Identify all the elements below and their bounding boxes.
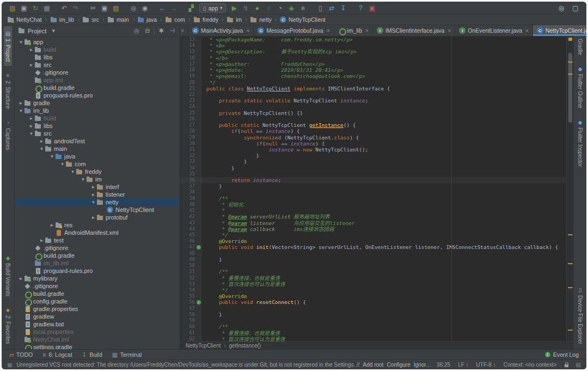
tree-item[interactable]: AndroidManifest.xml <box>15 229 180 236</box>
code-line[interactable]: 40 * 初始化 <box>180 202 566 208</box>
tree-item[interactable]: ►test <box>15 236 180 244</box>
tool-window-button-6-logcat[interactable]: ≡6: Logcat <box>42 351 72 358</box>
chevron-down-icon[interactable]: ▼ <box>49 154 55 159</box>
code-line[interactable]: 38 <box>180 189 566 195</box>
context-indicator[interactable]: Context: <no context> <box>504 362 557 368</box>
code-line[interactable]: 52 * 重置连接，也就是重连 <box>180 275 566 281</box>
code-line[interactable]: 43 * @param listener 与应用层交互的listener <box>180 220 566 226</box>
code-line[interactable]: 28 if(null == instance) { <box>180 128 566 134</box>
editor-tab[interactable]: CMessageProtobuf.java× <box>254 25 334 36</box>
tree-item[interactable]: ►src <box>15 61 180 69</box>
tree-item[interactable]: proguard-rules.pro <box>15 267 180 275</box>
editor-tab[interactable]: IOnEventListener.java× <box>455 25 533 36</box>
warning-mark[interactable] <box>568 74 573 75</box>
code-line[interactable]: 62 * 首次连接也可认为是重连 <box>180 336 566 342</box>
lock-icon[interactable] <box>565 364 568 367</box>
editor-tab[interactable]: ml× <box>180 25 188 36</box>
code-line[interactable]: 20 */ <box>180 80 566 86</box>
editor-tab[interactable]: im_lib× <box>334 25 373 36</box>
chevron-right-icon[interactable]: ► <box>18 101 24 106</box>
indicator-icon[interactable]: ▧ <box>576 362 581 368</box>
chevron-right-icon[interactable]: ► <box>18 276 24 281</box>
tree-item[interactable]: ▼freddy <box>15 168 180 175</box>
code-line[interactable]: 26 <box>180 116 566 122</box>
editor-tab[interactable]: CMainActivity.java× <box>188 25 254 36</box>
tree-item[interactable]: ►mylibrary <box>15 275 180 282</box>
tool-button-flutter-inspector[interactable]: ◆Flutter Inspector <box>576 115 584 171</box>
code-line[interactable]: 36 return instance; <box>180 177 566 183</box>
breadcrumb-item[interactable]: im_lib <box>49 16 75 23</box>
settings-icon[interactable]: ▦ <box>41 3 52 13</box>
close-icon[interactable]: × <box>365 28 369 34</box>
tree-item[interactable]: .gitignore <box>15 69 180 76</box>
tool-button-flutter-outline[interactable]: ◆Flutter Outline <box>576 62 584 113</box>
tree-item[interactable]: ▼netty <box>15 198 180 206</box>
plugin-icon[interactable]: ▣ <box>366 3 377 13</box>
tree-item[interactable]: ▼im_lib <box>15 107 180 114</box>
tree-item[interactable]: ►res <box>15 221 180 229</box>
tree-item[interactable]: build.gradle <box>15 252 180 259</box>
code-line[interactable]: 18 * <p>@date: 2019/03/31 20:41</p> <box>180 67 566 73</box>
code-line[interactable]: 35 <box>180 171 566 177</box>
tree-item[interactable]: local.properties <box>15 328 180 336</box>
tool-button-2-favorites[interactable]: ★2: Favorites <box>4 303 12 348</box>
tree-item[interactable]: settings.gradle <box>15 343 180 349</box>
close-icon[interactable]: × <box>327 28 330 34</box>
override-marker-icon[interactable]: ↑ <box>195 245 202 250</box>
tree-item[interactable]: libs <box>15 53 180 61</box>
find-in-path-icon[interactable]: ◉ <box>139 3 150 13</box>
chevron-down-icon[interactable]: ▼ <box>59 162 65 167</box>
code-line[interactable]: 55 @Override <box>180 293 566 299</box>
status-action-link[interactable]: Ignore <box>414 362 429 368</box>
chevron-right-icon[interactable]: ► <box>39 238 45 243</box>
tree-item[interactable]: ▼app <box>15 38 180 46</box>
code-line[interactable]: 33 } <box>180 159 566 165</box>
tree-item[interactable]: im_lib.iml <box>15 259 180 267</box>
breadcrumb-item[interactable]: main <box>106 16 130 23</box>
breadcrumb-item[interactable]: java <box>136 16 158 23</box>
tool-button-2-structure[interactable]: ≡2: Structure <box>4 68 12 113</box>
breadcrumb-item[interactable]: netty <box>249 16 273 23</box>
tree-item[interactable]: ►gradle <box>15 99 180 107</box>
tree-item[interactable]: NettyChat.iml <box>15 336 180 343</box>
search-everywhere-icon[interactable]: ◎ <box>556 3 567 13</box>
override-marker-icon[interactable]: ↑ <box>195 300 202 305</box>
tree-item[interactable]: ▼src <box>15 130 180 137</box>
tree-item[interactable]: ►libs <box>15 122 180 130</box>
editor-tab[interactable]: IIMSClientInterface.java× <box>373 25 455 36</box>
status-action-link[interactable]: Configure <box>387 362 410 368</box>
code-line[interactable]: 56↑ public void resetConnect() { <box>180 299 566 305</box>
code-line[interactable]: 24 <box>180 104 566 110</box>
code-line[interactable]: 21public class NettyTcpClient implements… <box>180 86 566 92</box>
warning-mark[interactable] <box>568 62 573 63</box>
code-line[interactable]: 32 } <box>180 153 566 159</box>
tree-item[interactable]: build.gradle <box>15 290 180 297</box>
close-icon[interactable]: × <box>181 28 184 34</box>
tree-item[interactable]: ▼com <box>15 160 180 168</box>
chevron-down-icon[interactable]: ▼ <box>39 147 45 151</box>
code-line[interactable]: 57 <box>180 306 566 312</box>
chevron-down-icon[interactable]: ▼ <box>90 200 96 205</box>
breadcrumb-element[interactable]: getInstance() <box>229 343 261 349</box>
editor-tab[interactable]: CNettyTcpClient.java× <box>533 25 586 36</box>
chevron-down-icon[interactable]: ▾ <box>49 27 58 34</box>
tree-item[interactable]: ▼main <box>15 145 180 153</box>
hide-panel-icon[interactable]: ⊣ <box>168 27 176 34</box>
code-line[interactable]: 59 <box>180 318 566 324</box>
save-all-icon[interactable]: ▣ <box>19 3 29 13</box>
tree-item[interactable]: build.gradle <box>15 84 180 92</box>
tree-item[interactable]: gradle.properties <box>15 305 180 313</box>
tree-item[interactable]: gradlew <box>15 313 180 320</box>
inspection-indicator[interactable] <box>568 38 572 41</box>
code-line[interactable]: 58 } <box>180 312 566 318</box>
close-icon[interactable]: × <box>525 28 529 34</box>
code-line[interactable]: 25 private NettyTcpClient() {} <box>180 110 566 116</box>
collapse-all-icon[interactable]: ⊟ <box>143 27 152 34</box>
warning-mark[interactable] <box>568 330 573 331</box>
code-line[interactable]: 31 instance = new NettyTcpClient(); <box>180 147 566 153</box>
tree-item[interactable]: .gitignore <box>15 282 180 290</box>
panel-settings-icon[interactable]: ✱ <box>157 27 166 34</box>
tree-item[interactable]: proguard-rules.pro <box>15 92 180 99</box>
redo-icon[interactable]: ↷ <box>70 3 81 13</box>
code-line[interactable]: 49 } <box>180 257 566 263</box>
